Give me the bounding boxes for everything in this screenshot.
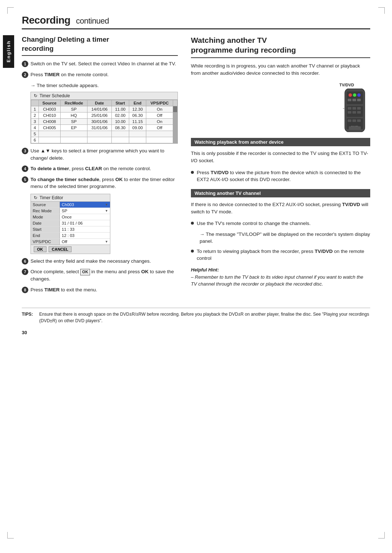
col-num (31, 100, 39, 106)
col-start: Start (111, 100, 129, 106)
timer-table-title: ↻ Timer Schedule (31, 92, 177, 100)
schedule-cell (129, 137, 146, 143)
step-4-text: To delete a timer, press CLEAR on the re… (30, 165, 151, 172)
schedule-cell: 12.30 (129, 106, 146, 112)
schedule-cell (111, 131, 129, 137)
sub2-para: If there is no device connected to the E… (191, 201, 370, 216)
sub-section-1-title: Watching playback from another device (191, 138, 370, 146)
schedule-cell: 06.30 (129, 112, 146, 119)
scroll-col (173, 137, 177, 143)
sub1-bullet-1-text: Press TV/DVD to view the picture from th… (197, 169, 370, 183)
sub2-arrow: → The message "TV/LOOP" will be displaye… (200, 231, 370, 245)
svg-rect-7 (357, 99, 361, 101)
editor-field-value[interactable]: Ch003▼ (60, 202, 110, 208)
schedule-cell: 08.30 (111, 125, 129, 131)
schedule-cell: Off (146, 112, 173, 119)
bullet-icon-3 (191, 250, 194, 253)
svg-rect-6 (352, 99, 356, 101)
svg-rect-14 (357, 111, 361, 114)
schedule-cell: 25/01/06 (87, 112, 112, 119)
schedule-cell: 02.00 (111, 112, 129, 119)
page-title: Recording continued (22, 15, 370, 29)
dropdown-arrow-icon: ▼ (105, 203, 108, 206)
svg-rect-10 (352, 107, 356, 110)
editor-field-label: VPS/PDC (31, 239, 60, 245)
sub2-bullet-2: To return to viewing playback from the r… (191, 248, 370, 262)
step-8: 8 Press TIMER to exit the menu. (22, 286, 178, 294)
step-7: 7 Once complete, select OK in the menu a… (22, 268, 178, 282)
editor-field-label: Rec Mode (31, 208, 60, 214)
svg-rect-12 (348, 111, 351, 114)
tips-section: TIPS: Ensure that there is enough space … (22, 308, 370, 324)
remote-area: TV/DVD (191, 83, 370, 132)
svg-rect-9 (348, 107, 351, 110)
tv-dvd-label: TV/DVD (339, 83, 354, 87)
editor-row: End12 : 03 (31, 233, 110, 239)
scroll-col (173, 119, 177, 125)
sub2-bullet-1-text: Use the TV's remote control to change th… (197, 220, 311, 227)
svg-point-4 (357, 93, 361, 97)
schedule-cell: 10.00 (111, 119, 129, 125)
editor-field-value[interactable]: Off▼ (60, 239, 110, 245)
schedule-cell: On (146, 106, 173, 112)
svg-rect-20 (349, 126, 361, 130)
schedule-cell (146, 131, 173, 137)
scroll-col (173, 106, 177, 112)
schedule-cell: SP (60, 119, 87, 125)
editor-field-value: Once (60, 214, 110, 220)
editor-field-value: 11 : 33 (60, 226, 110, 232)
step-2-text: Press TIMER on the remote control. (30, 71, 109, 78)
editor-refresh-icon: ↻ (34, 195, 37, 200)
left-section-heading: Changing/ Deleting a timer recording (22, 35, 178, 56)
refresh-icon: ↻ (34, 93, 37, 98)
schedule-cell (146, 137, 173, 143)
sub1-bullet-1: Press TV/DVD to view the picture from th… (191, 169, 370, 183)
sub2-bullet-2-text: To return to viewing playback from the r… (197, 248, 370, 262)
bullet-icon-1 (191, 171, 194, 174)
editor-row: ModeOnce (31, 214, 110, 220)
page-number: 30 (22, 330, 370, 335)
schedule-cell: CH008 (38, 119, 60, 125)
col-source: Source (38, 100, 60, 106)
corner-mark-bl (7, 532, 14, 538)
scroll-col (173, 131, 177, 137)
step-1: 1 Switch on the TV set. Select the corre… (22, 60, 178, 67)
step-7-text: Once complete, select OK in the menu and… (30, 268, 178, 282)
editor-buttons: OK CANCEL (31, 245, 110, 254)
schedule-cell (38, 137, 60, 143)
step-6-text: Select the entry field and make the nece… (30, 258, 151, 265)
left-column: English Changing/ Deleting a timer recor… (22, 35, 178, 297)
schedule-cell: On (146, 119, 173, 125)
editor-ok-btn[interactable]: OK (34, 246, 46, 252)
dropdown-arrow-icon: ▼ (105, 209, 108, 213)
remote-svg: PHILIPS (339, 89, 370, 132)
step-2: 2 Press TIMER on the remote control. (22, 71, 178, 78)
step-4: 4 To delete a timer, press CLEAR on the … (22, 165, 178, 172)
editor-field-label: Mode (31, 214, 60, 220)
svg-rect-17 (352, 119, 356, 122)
schedule-cell: 2 (31, 112, 39, 119)
schedule-cell: 09.00 (129, 125, 146, 131)
schedule-cell: HQ (60, 112, 87, 119)
english-tab: English (3, 35, 14, 68)
schedule-cell: 11.00 (111, 106, 129, 112)
editor-cancel-btn[interactable]: CANCEL (49, 246, 72, 252)
svg-rect-18 (357, 119, 361, 122)
schedule-cell (60, 131, 87, 137)
editor-field-label: End (31, 233, 60, 238)
schedule-cell: CH005 (38, 125, 60, 131)
schedule-cell (129, 131, 146, 137)
editor-row: Start11 : 33 (31, 226, 110, 233)
editor-fields: SourceCh003▼Rec ModeSP▼ModeOnceDate31 / … (31, 202, 110, 245)
schedule-cell: 11.15 (129, 119, 146, 125)
editor-field-value[interactable]: SP▼ (60, 208, 110, 214)
right-intro: While recording is in progress, you can … (191, 62, 370, 77)
schedule-cell (87, 131, 112, 137)
timer-schedule-table: ↻ Timer Schedule Source RecMode Date Sta… (30, 92, 178, 144)
editor-field-value: 31 / 01 / 06 (60, 220, 110, 226)
col-date: Date (87, 100, 112, 106)
step-5-number: 5 (22, 176, 28, 183)
right-section-heading: Watching another TV programme during rec… (191, 35, 370, 58)
svg-point-3 (353, 93, 356, 97)
step-1-number: 1 (22, 61, 28, 67)
